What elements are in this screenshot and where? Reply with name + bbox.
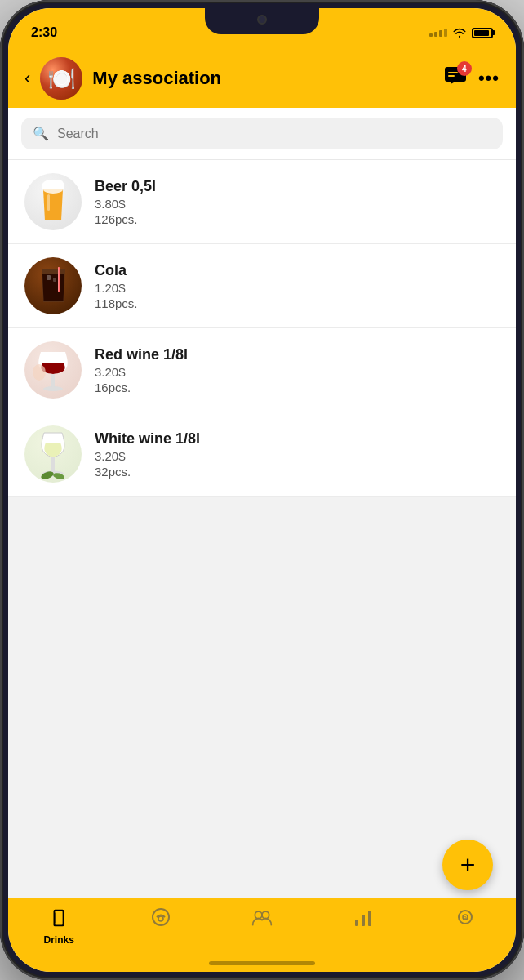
nav-item-food[interactable]: Food xyxy=(109,906,211,933)
stats-nav-icon xyxy=(353,906,374,933)
item-name: Beer 0,5l xyxy=(95,178,156,195)
item-image-beer xyxy=(24,173,82,230)
item-price: 3.20$ xyxy=(95,365,188,379)
svg-rect-12 xyxy=(51,374,55,387)
list-item[interactable]: Cola 1.20$ 118pcs. xyxy=(8,244,516,328)
notification-badge: 4 xyxy=(457,61,472,76)
svg-rect-15 xyxy=(51,457,55,472)
item-name: Red wine 1/8l xyxy=(95,346,188,363)
svg-rect-9 xyxy=(53,278,56,282)
more-button[interactable]: ••• xyxy=(478,68,500,89)
item-info: Red wine 1/8l 3.20$ 16pcs. xyxy=(95,346,188,394)
signal-icon xyxy=(429,29,447,37)
home-indicator xyxy=(209,961,315,965)
notch xyxy=(205,8,319,34)
item-qty: 118pcs. xyxy=(95,296,138,310)
svg-rect-27 xyxy=(362,915,365,926)
svg-rect-21 xyxy=(55,913,56,924)
item-image-redwine xyxy=(24,341,82,399)
item-qty: 16pcs. xyxy=(95,381,188,394)
svg-point-22 xyxy=(153,909,169,925)
item-qty: 32pcs. xyxy=(95,465,200,479)
page-title: My association xyxy=(92,68,434,89)
svg-rect-11 xyxy=(58,267,60,292)
screen: 2:30 xyxy=(8,8,516,972)
members-nav-icon xyxy=(251,906,273,933)
item-info: Beer 0,5l 3.80$ 126pcs. xyxy=(95,178,156,226)
white-wine-icon xyxy=(33,430,73,479)
item-qty: 126pcs. xyxy=(95,212,156,226)
svg-point-25 xyxy=(262,911,269,919)
search-input[interactable] xyxy=(57,127,491,141)
red-wine-icon xyxy=(33,348,73,393)
app-header: ‹ My association 4 ••• xyxy=(8,49,516,108)
search-box: 🔍 xyxy=(21,118,503,149)
back-button[interactable]: ‹ xyxy=(24,68,30,89)
list-item[interactable]: Red wine 1/8l 3.20$ 16pcs. xyxy=(8,328,516,412)
avatar xyxy=(40,57,82,100)
add-item-button[interactable]: + xyxy=(442,840,493,890)
svg-rect-1 xyxy=(448,72,458,74)
svg-point-14 xyxy=(33,364,46,381)
camera xyxy=(257,15,267,24)
nav-item-drinks[interactable]: Drinks xyxy=(8,906,109,946)
header-actions: 4 ••• xyxy=(444,66,500,91)
svg-point-6 xyxy=(43,185,63,194)
settings-nav-icon: e xyxy=(455,906,476,933)
svg-rect-28 xyxy=(368,911,371,926)
svg-text:e: e xyxy=(463,914,467,922)
svg-rect-8 xyxy=(47,275,51,280)
svg-rect-7 xyxy=(47,194,50,211)
items-list: Beer 0,5l 3.80$ 126pcs. xyxy=(8,160,516,497)
list-item[interactable]: White wine 1/8l 3.20$ 32pcs. xyxy=(8,412,516,497)
search-container: 🔍 xyxy=(8,108,516,160)
drinks-nav-icon xyxy=(47,906,71,931)
svg-point-13 xyxy=(43,386,63,391)
svg-rect-26 xyxy=(355,920,358,926)
chat-button[interactable]: 4 xyxy=(444,66,467,91)
search-icon: 🔍 xyxy=(33,126,49,141)
item-name: Cola xyxy=(95,262,138,279)
wifi-icon xyxy=(452,27,467,38)
item-image-cola xyxy=(24,257,82,314)
item-price: 3.20$ xyxy=(95,449,200,463)
item-image-whitewine xyxy=(24,425,82,483)
cola-glass-icon xyxy=(35,265,72,306)
content-area: 🔍 xyxy=(8,108,516,497)
nav-item-stats[interactable]: Stats xyxy=(313,906,414,933)
item-price: 3.80$ xyxy=(95,197,156,211)
svg-rect-20 xyxy=(56,911,63,925)
svg-rect-2 xyxy=(448,75,455,77)
list-item[interactable]: Beer 0,5l 3.80$ 126pcs. xyxy=(8,160,516,244)
food-nav-icon xyxy=(150,906,171,933)
fab-container: + xyxy=(442,840,493,890)
phone-frame: 2:30 xyxy=(0,0,524,980)
item-name: White wine 1/8l xyxy=(95,430,200,448)
item-info: Cola 1.20$ 118pcs. xyxy=(95,262,138,310)
nav-item-settings[interactable]: e Settings xyxy=(415,906,516,933)
svg-point-23 xyxy=(158,916,163,921)
beer-glass-icon xyxy=(37,180,69,225)
status-time: 2:30 xyxy=(31,25,57,40)
svg-point-24 xyxy=(255,911,262,919)
status-icons xyxy=(429,27,493,38)
item-price: 1.20$ xyxy=(95,281,138,295)
nav-item-members[interactable]: Members xyxy=(211,906,313,933)
nav-label-drinks: Drinks xyxy=(44,934,74,946)
battery-icon xyxy=(472,28,493,38)
item-info: White wine 1/8l 3.20$ 32pcs. xyxy=(95,430,200,479)
